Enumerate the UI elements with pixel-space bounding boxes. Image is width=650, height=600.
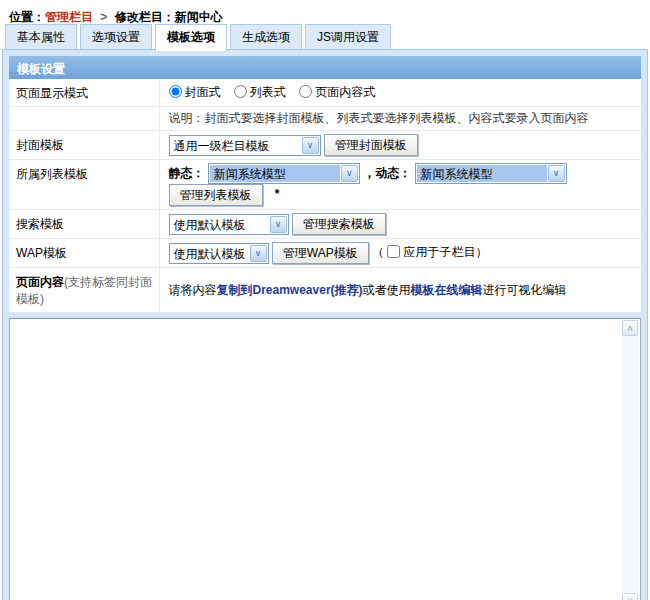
- display-mode-note: 说明：封面式要选择封面模板、列表式要选择列表模板、内容式要录入页面内容: [169, 111, 589, 125]
- row-note: 说明：封面式要选择封面模板、列表式要选择列表模板、内容式要录入页面内容: [9, 107, 641, 131]
- display-mode-label: 页面显示模式: [9, 79, 159, 107]
- row-display-mode: 页面显示模式 封面式 列表式 页面内容式: [9, 79, 641, 107]
- row-cover-template: 封面模板 通用一级栏目模板 ∨ 管理封面模板: [9, 131, 641, 160]
- row-search-template: 搜索模板 使用默认模板 ∨ 管理搜索模板: [9, 210, 641, 239]
- tab-template-options[interactable]: 模板选项: [155, 24, 227, 51]
- paren-open: （: [372, 245, 384, 259]
- chevron-down-icon[interactable]: ∨: [341, 165, 358, 182]
- chevron-down-icon[interactable]: ∨: [270, 216, 287, 233]
- tab-js-call-settings[interactable]: JS调用设置: [305, 24, 391, 49]
- apply-to-subcolumn-option[interactable]: 应用于子栏目: [387, 245, 475, 259]
- chevron-down-icon[interactable]: ∨: [250, 245, 267, 262]
- row-page-content: 页面内容(支持标签同封面模板) 请将内容复制到Dreamweaver(推荐)或者…: [9, 268, 641, 313]
- scroll-down-icon[interactable]: ∨: [622, 593, 638, 600]
- page-content-mode-radio[interactable]: [299, 85, 312, 98]
- breadcrumb-prefix: 位置：: [9, 10, 45, 24]
- radio-option-list[interactable]: 列表式: [234, 85, 286, 99]
- template-settings-form: 页面显示模式 封面式 列表式 页面内容式 说明：封面式要选择封面模板、列表式要选…: [9, 79, 641, 313]
- scroll-up-icon[interactable]: ∧: [622, 320, 638, 336]
- chevron-down-icon[interactable]: ∨: [548, 165, 565, 182]
- breadcrumb-current: 修改栏目：新闻中心: [115, 10, 223, 24]
- tab-generate-options[interactable]: 生成选项: [230, 24, 302, 49]
- paren-close: ）: [475, 245, 487, 259]
- breadcrumb-separator: >: [96, 10, 111, 24]
- list-template-label: 所属列表模板: [9, 160, 159, 210]
- static-list-template-select[interactable]: 新闻系统模型 ∨: [208, 163, 360, 184]
- wap-template-label: WAP模板: [9, 239, 159, 268]
- radio-option-page-content[interactable]: 页面内容式: [299, 85, 375, 99]
- dynamic-label: ，动态：: [363, 166, 411, 180]
- apply-to-subcolumn-checkbox[interactable]: [387, 245, 400, 258]
- page-content-editor: ∧ ∨: [9, 318, 641, 600]
- search-template-label: 搜索模板: [9, 210, 159, 239]
- copy-to-dreamweaver-link[interactable]: 复制到Dreamweaver(推荐): [217, 283, 363, 297]
- tab-option-settings[interactable]: 选项设置: [80, 24, 152, 49]
- template-settings-panel: 模板设置 页面显示模式 封面式 列表式 页面内容式 说明：封面式要选择封面模板、…: [2, 49, 648, 600]
- row-wap-template: WAP模板 使用默认模板 ∨ 管理WAP模板 （ 应用于子栏目）: [9, 239, 641, 268]
- list-mode-radio[interactable]: [234, 85, 247, 98]
- manage-search-template-button[interactable]: 管理搜索模板: [292, 213, 386, 235]
- cover-template-select[interactable]: 通用一级栏目模板 ∨: [169, 135, 321, 156]
- row-list-template: 所属列表模板 静态： 新闻系统模型 ∨ ，动态： 新闻系统模型 ∨ 管理列表模板…: [9, 160, 641, 210]
- tab-bar: 基本属性 选项设置 模板选项 生成选项 JS调用设置: [5, 27, 650, 49]
- wap-template-select[interactable]: 使用默认模板 ∨: [169, 243, 269, 264]
- page-content-label: 页面内容: [16, 275, 64, 289]
- cover-template-label: 封面模板: [9, 131, 159, 160]
- breadcrumb-link-manage-column[interactable]: 管理栏目: [45, 10, 93, 24]
- manage-list-template-button[interactable]: 管理列表模板: [169, 184, 263, 206]
- radio-option-cover[interactable]: 封面式: [169, 85, 221, 99]
- online-template-editor-link[interactable]: 模板在线编辑: [411, 283, 483, 297]
- panel-title: 模板设置: [9, 56, 641, 79]
- chevron-down-icon[interactable]: ∨: [302, 137, 319, 154]
- page-content-textarea[interactable]: [11, 320, 621, 600]
- search-template-select[interactable]: 使用默认模板 ∨: [169, 214, 289, 235]
- note-label-empty: [9, 107, 159, 131]
- required-mark: *: [275, 187, 280, 201]
- page-content-hint: 请将内容复制到Dreamweaver(推荐)或者使用模板在线编辑进行可视化编辑: [169, 283, 567, 297]
- breadcrumb: 位置：管理栏目 > 修改栏目：新闻中心: [0, 0, 650, 25]
- editor-scrollbar[interactable]: ∧ ∨: [622, 320, 639, 600]
- cover-mode-radio[interactable]: [169, 85, 182, 98]
- static-label: 静态：: [169, 166, 205, 180]
- dynamic-list-template-select[interactable]: 新闻系统模型 ∨: [415, 163, 567, 184]
- manage-wap-template-button[interactable]: 管理WAP模板: [272, 242, 369, 264]
- tab-basic-attributes[interactable]: 基本属性: [5, 24, 77, 49]
- manage-cover-template-button[interactable]: 管理封面模板: [324, 134, 418, 156]
